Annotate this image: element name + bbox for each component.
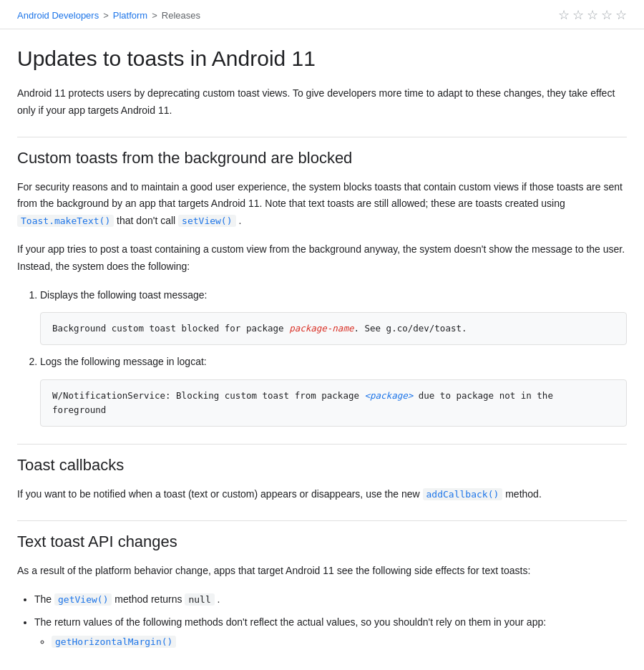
list-item-2-text: Logs the following message in logcat:	[40, 356, 207, 367]
breadcrumb-android-developers[interactable]: Android Developers	[17, 10, 99, 21]
star-4[interactable]: ☆	[601, 7, 613, 23]
section-heading-custom-toasts: Custom toasts from the background are bl…	[17, 149, 627, 168]
section-custom-toasts-para1: For security reasons and to maintain a g…	[17, 179, 627, 230]
section-text-toast-api: Text toast API changes As a result of th…	[17, 533, 627, 651]
star-1[interactable]: ☆	[558, 7, 570, 23]
set-view-code[interactable]: setView()	[178, 215, 235, 227]
code-package-tag: <package>	[365, 390, 414, 401]
api-list-item-1: The getView() method returns null .	[34, 591, 627, 608]
api-item-1-text-after: .	[215, 593, 220, 605]
breadcrumb-sep-1: >	[103, 10, 109, 21]
para1-text-after: .	[236, 215, 242, 226]
section-custom-toasts-para2: If your app tries to post a toast contai…	[17, 241, 627, 276]
list-item-1: Displays the following toast message: Ba…	[40, 287, 627, 346]
breadcrumb-sep-2: >	[152, 10, 157, 21]
section-divider-1	[17, 137, 627, 137]
code-logcat-1: W/NotificationService: Blocking custom t…	[52, 390, 365, 401]
star-2[interactable]: ☆	[572, 7, 584, 23]
get-view-link[interactable]: getView()	[54, 593, 112, 606]
code-package-name: package-name	[289, 323, 353, 334]
text-toast-api-list: The getView() method returns null . The …	[34, 591, 627, 651]
section-toast-callbacks: Toast callbacks If you want to be notifi…	[17, 456, 627, 503]
breadcrumb: Android Developers > Platform > Releases	[17, 10, 200, 21]
list-item-1-text: Displays the following toast message:	[40, 289, 207, 301]
para1-text-middle: that don't call	[114, 215, 178, 226]
star-rating[interactable]: ☆ ☆ ☆ ☆ ☆	[558, 7, 627, 23]
section-divider-2	[17, 444, 627, 445]
breadcrumb-platform[interactable]: Platform	[113, 10, 147, 21]
code-block-toast-message: Background custom toast blocked for pack…	[40, 312, 627, 345]
intro-paragraph: Android 11 protects users by deprecating…	[17, 85, 627, 120]
para1-text-before: For security reasons and to maintain a g…	[17, 181, 623, 210]
toast-make-text-code[interactable]: Toast.makeText()	[17, 215, 114, 227]
custom-toasts-list: Displays the following toast message: Ba…	[40, 287, 627, 427]
star-3[interactable]: ☆	[587, 7, 598, 23]
breadcrumb-current: Releases	[162, 10, 200, 21]
star-5[interactable]: ☆	[615, 7, 627, 23]
code-text-1: Background custom toast blocked for pack…	[52, 323, 289, 334]
api-item-1-text-before: The	[34, 593, 54, 605]
api-item-2-text: The return values of the following metho…	[34, 616, 546, 628]
page-title: Updates to toasts in Android 11	[17, 47, 627, 71]
code-text-2: . See g.co/dev/toast.	[353, 323, 467, 334]
page-header: Android Developers > Platform > Releases…	[0, 0, 644, 29]
api-sub-list: getHorizontalMargin()	[52, 633, 627, 651]
section-divider-3	[17, 520, 627, 521]
section-heading-toast-callbacks: Toast callbacks	[17, 456, 627, 475]
section-heading-text-toast-api: Text toast API changes	[17, 533, 627, 551]
api-list-item-2: The return values of the following metho…	[34, 614, 627, 651]
section-toast-callbacks-para: If you want to be notified when a toast …	[17, 486, 627, 503]
add-callback-link[interactable]: addCallback()	[423, 488, 503, 500]
code-block-logcat: W/NotificationService: Blocking custom t…	[40, 379, 627, 427]
list-item-2: Logs the following message in logcat: W/…	[40, 354, 627, 427]
section-custom-toasts: Custom toasts from the background are bl…	[17, 149, 627, 427]
main-content: Updates to toasts in Android 11 Android …	[0, 29, 644, 670]
null-code: null	[185, 593, 214, 606]
callbacks-text-before: If you want to be notified when a toast …	[17, 488, 423, 500]
sub-list-item-1: getHorizontalMargin()	[52, 633, 627, 651]
section-text-toast-api-para: As a result of the platform behavior cha…	[17, 563, 627, 580]
callbacks-text-after: method.	[502, 488, 541, 500]
api-item-1-text-middle: method returns	[112, 593, 185, 605]
get-horizontal-margin-link[interactable]: getHorizontalMargin()	[52, 636, 176, 648]
